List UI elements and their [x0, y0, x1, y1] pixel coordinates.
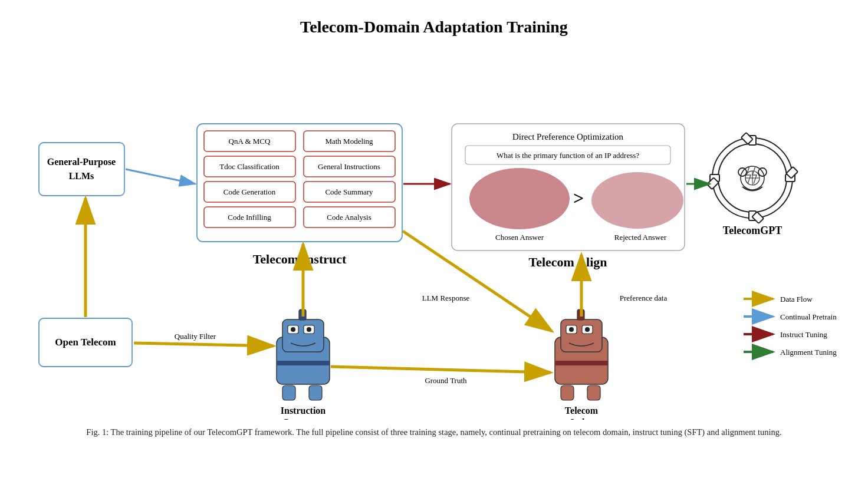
svg-text:Code Infilling: Code Infilling — [228, 213, 271, 222]
svg-text:Instruct Tuning: Instruct Tuning — [780, 330, 827, 339]
svg-text:Open Telecom: Open Telecom — [55, 337, 116, 348]
svg-rect-67 — [282, 385, 295, 400]
svg-text:Preference data: Preference data — [620, 294, 668, 302]
svg-text:Instruction: Instruction — [281, 406, 326, 416]
svg-text:LLM Response: LLM Response — [422, 294, 470, 302]
svg-text:Direct Preference Optimization: Direct Preference Optimization — [512, 132, 624, 141]
svg-text:Tdoc Classification: Tdoc Classification — [219, 162, 280, 171]
svg-text:Code Analysis: Code Analysis — [327, 213, 371, 222]
svg-rect-80 — [587, 385, 600, 400]
svg-rect-60 — [282, 319, 324, 352]
svg-text:Rejected Answer: Rejected Answer — [614, 233, 667, 242]
svg-rect-78 — [555, 361, 608, 365]
svg-text:TelecomGPT: TelecomGPT — [723, 225, 782, 236]
svg-text:LLMs: LLMs — [69, 171, 94, 181]
svg-line-11 — [126, 169, 195, 184]
svg-text:General Instructions: General Instructions — [318, 162, 380, 171]
svg-point-36 — [591, 172, 683, 229]
svg-text:What is the primary function o: What is the primary function of an IP ad… — [497, 151, 639, 160]
svg-text:Quality Filter: Quality Filter — [175, 332, 216, 341]
svg-point-65 — [307, 327, 311, 332]
main-title: Telecom-Domain Adaptation Training — [300, 18, 568, 37]
svg-text:Chosen Answer: Chosen Answer — [495, 233, 544, 242]
svg-rect-0 — [39, 143, 124, 196]
svg-text:>: > — [573, 187, 584, 209]
svg-text:Code Summary: Code Summary — [325, 187, 373, 196]
svg-line-89 — [331, 367, 551, 373]
svg-text:QnA & MCQ: QnA & MCQ — [229, 137, 271, 146]
svg-rect-72 — [561, 319, 602, 352]
svg-rect-68 — [309, 385, 322, 400]
svg-text:Math Modeling: Math Modeling — [325, 137, 373, 146]
svg-text:Data Flow: Data Flow — [780, 295, 813, 304]
svg-line-87 — [134, 343, 274, 346]
svg-point-34 — [469, 168, 570, 229]
svg-text:Code Generation: Code Generation — [223, 187, 276, 196]
svg-text:Telecom: Telecom — [565, 406, 599, 416]
svg-text:Alignment Tuning: Alignment Tuning — [780, 348, 837, 357]
svg-text:Continual Pretrain: Continual Pretrain — [780, 312, 837, 321]
svg-text:Telecom Align: Telecom Align — [528, 255, 607, 269]
svg-text:Telecom Instruct: Telecom Instruct — [253, 252, 347, 266]
svg-point-77 — [585, 327, 590, 332]
svg-text:Ground Truth: Ground Truth — [425, 376, 467, 385]
caption: Fig. 1: The training pipeline of our Tel… — [24, 426, 844, 439]
svg-text:Generator: Generator — [282, 417, 324, 420]
svg-text:General-Purpose: General-Purpose — [47, 157, 116, 167]
svg-text:Judge: Judge — [570, 417, 594, 420]
svg-point-64 — [291, 327, 295, 332]
svg-rect-66 — [277, 361, 330, 365]
svg-rect-79 — [561, 385, 574, 400]
svg-point-76 — [569, 327, 574, 332]
